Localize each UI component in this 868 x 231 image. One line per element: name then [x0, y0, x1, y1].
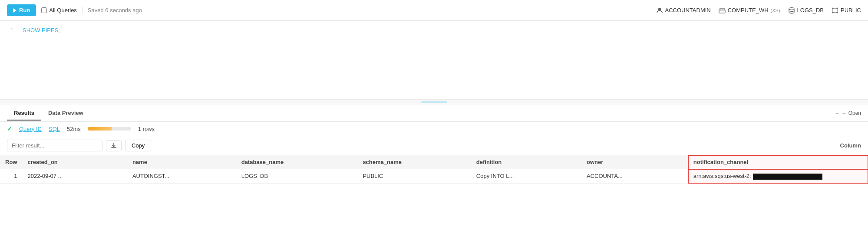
toolbar-right: ACCOUNTADMIN COMPUTE_WH (XS) LOGS_DB PUB… [656, 7, 861, 14]
results-table: Row created_on name database_name schema… [0, 155, 868, 184]
query-timing: 52ms [67, 126, 81, 132]
cell-schema-name: PUBLIC [357, 169, 471, 184]
results-panel: Results Data Preview ← ← Open ✔ Query ID… [0, 104, 868, 184]
rows-count: 1 rows [138, 126, 155, 132]
tab-data-preview[interactable]: Data Preview [41, 105, 90, 121]
cell-owner: ACCOUNTA... [581, 169, 688, 184]
svg-rect-2 [720, 8, 724, 10]
warehouse-icon [719, 7, 726, 14]
warehouse-name: COMPUTE_WH [728, 7, 769, 13]
cell-notification-channel: arn:aws:sqs:us-west-2: [688, 169, 868, 184]
column-label: Column [840, 142, 861, 149]
database-name: LOGS_DB [797, 7, 824, 13]
th-row: Row [0, 155, 22, 169]
toolbar: Run All Queries Saved 6 seconds ago ACCO… [0, 0, 868, 21]
table-container: Row created_on name database_name schema… [0, 155, 868, 184]
table-header-row: Row created_on name database_name schema… [0, 155, 868, 169]
th-name: name [127, 155, 236, 169]
database-icon [788, 7, 795, 14]
th-owner: owner [581, 155, 688, 169]
all-queries-checkbox[interactable] [41, 7, 47, 13]
resize-handle[interactable] [421, 101, 447, 103]
warehouse-info: COMPUTE_WH (XS) [719, 7, 780, 14]
cell-name: AUTOINGST... [127, 169, 236, 184]
editor-area: 1 SHOW PIPES; [0, 21, 868, 99]
download-icon [111, 143, 117, 149]
table-row: 1 2022-09-07 ... AUTOINGST... LOGS_DB PU… [0, 169, 868, 184]
th-schema-name: schema_name [357, 155, 471, 169]
schema-icon [832, 7, 838, 14]
user-icon [656, 7, 663, 14]
sql-link[interactable]: SQL [49, 126, 60, 132]
run-label: Run [19, 7, 30, 13]
redacted-value [753, 174, 822, 180]
warehouse-size: (XS) [771, 8, 780, 13]
resize-area[interactable] [0, 99, 868, 104]
user-name: ACCOUNTADMIN [665, 7, 711, 13]
open-label: ← Open [842, 110, 861, 116]
line-numbers: 1 [0, 24, 17, 95]
progress-bar-fill [88, 127, 112, 131]
database-info: LOGS_DB [788, 7, 824, 14]
filter-input[interactable] [7, 140, 102, 151]
th-database-name: database_name [236, 155, 358, 169]
copy-button[interactable]: Copy [125, 140, 151, 151]
open-button[interactable]: ← ← Open [835, 110, 861, 116]
tab-results[interactable]: Results [7, 105, 41, 121]
progress-bar [88, 127, 131, 131]
arrow-left-icon: ← [835, 110, 840, 116]
results-tabs: Results Data Preview ← ← Open [0, 104, 868, 122]
play-icon [13, 8, 17, 13]
svg-rect-1 [719, 10, 725, 13]
user-info: ACCOUNTADMIN [656, 7, 711, 14]
cell-row: 1 [0, 169, 22, 184]
query-id-link[interactable]: Query ID [19, 126, 42, 132]
code-editor[interactable]: SHOW PIPES; [17, 24, 868, 95]
cell-database-name: LOGS_DB [236, 169, 358, 184]
code-text: SHOW PIPES; [23, 27, 60, 33]
cell-created-on: 2022-09-07 ... [22, 169, 127, 184]
success-icon: ✔ [7, 125, 12, 132]
download-button[interactable] [106, 140, 122, 151]
saved-status: Saved 6 seconds ago [82, 7, 142, 13]
schema-info: PUBLIC [832, 7, 861, 14]
cell-definition[interactable]: Copy INTO L... [471, 169, 581, 184]
line-number: 1 [10, 27, 13, 33]
th-created-on: created_on [22, 155, 127, 169]
all-queries-checkbox-label[interactable]: All Queries [41, 7, 77, 13]
th-definition: definition [471, 155, 581, 169]
run-button[interactable]: Run [7, 4, 36, 16]
query-info-bar: ✔ Query ID SQL 52ms 1 rows [0, 122, 868, 136]
svg-point-3 [789, 7, 794, 10]
all-queries-text: All Queries [49, 7, 77, 13]
tabs-left: Results Data Preview [7, 105, 90, 121]
filter-bar: Copy Column [0, 136, 868, 155]
svg-point-0 [658, 8, 661, 10]
th-notification-channel: notification_channel [688, 155, 868, 169]
schema-name: PUBLIC [841, 7, 861, 13]
notification-channel-text: arn:aws:sqs:us-west-2: [693, 173, 751, 179]
